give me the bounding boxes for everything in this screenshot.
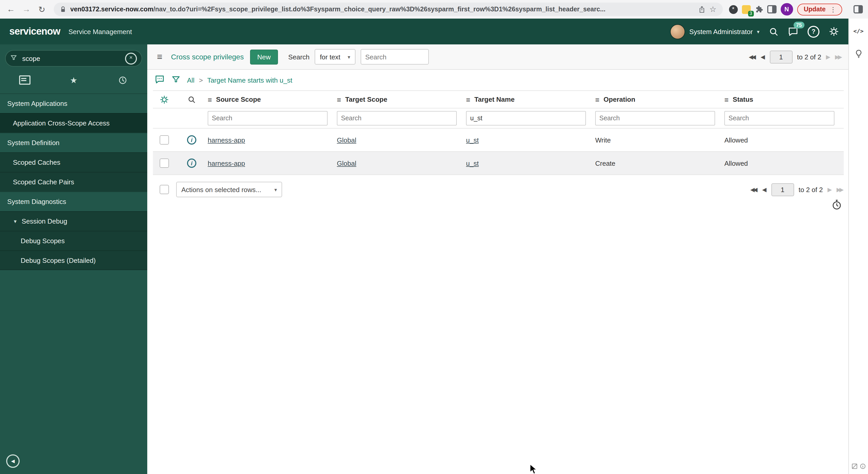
last-page-button[interactable]: ▶▶ [835,54,841,60]
browser-chrome: ← → ↻ ven03172.service-now.com/nav_to.do… [0,0,868,19]
status-cell: Allowed [724,159,844,167]
target-scope-link[interactable]: Global [337,136,356,144]
activity-stream-icon[interactable] [154,74,165,86]
previous-page-button[interactable]: ◀ [762,186,767,193]
reading-list-panel-icon[interactable] [854,5,863,13]
sidebar-item-system-diagnostics[interactable]: System Diagnostics [0,192,147,211]
filter-icon[interactable] [172,75,180,85]
browser-back-button[interactable]: ← [5,5,17,14]
filter-input-operation[interactable] [595,111,715,126]
list-personalize-gear-icon[interactable] [153,95,176,104]
filter-input-target-name[interactable] [466,111,586,126]
select-all-checkbox[interactable] [160,185,169,194]
response-time-icon[interactable] [831,199,842,212]
filter-input-source-scope[interactable] [208,111,328,126]
source-scope-link[interactable]: harness-app [208,159,245,167]
breadcrumb-filter-link[interactable]: Target Name starts with u_st [207,76,292,84]
last-page-button[interactable]: ▶▶ [836,186,842,193]
row-checkbox[interactable] [160,159,169,168]
sidebar-item-debug-scopes-detailed[interactable]: Debug Scopes (Detailed) [0,250,147,270]
page-input[interactable] [770,50,792,63]
global-search-icon[interactable] [769,27,779,36]
row-checkbox[interactable] [160,135,169,144]
side-panel-icon[interactable] [767,5,776,13]
url-bar[interactable]: ven03172.service-now.com/nav_to.do?uri=%… [54,3,722,16]
column-menu-icon[interactable]: ≡ [466,95,470,104]
servicenow-banner: servicenow Service Management System Adm… [0,19,848,44]
sidebar-item-debug-scopes[interactable]: Debug Scopes [0,231,147,250]
breadcrumb-all-link[interactable]: All [187,76,194,84]
navigator-filter-input[interactable] [21,54,121,63]
bookmark-star-icon[interactable]: ☆ [709,5,716,14]
page-range-label: to 2 of 2 [799,185,823,193]
browser-forward-button[interactable]: → [21,5,32,14]
column-menu-icon[interactable]: ≡ [208,95,212,104]
dock-icon[interactable] [851,463,858,471]
actions-select[interactable]: Actions on selected rows...▾ [176,182,282,197]
filter-input-status[interactable] [724,111,834,126]
column-header-status[interactable]: ≡Status [724,95,844,104]
search-type-select[interactable]: for text▾ [315,49,355,65]
filter-funnel-icon [10,54,17,63]
settings-gear-icon[interactable] [829,26,839,37]
list-context-menu-icon[interactable]: ≡ [153,52,166,62]
target-scope-link[interactable]: Global [337,159,356,167]
star-icon: ★ [70,75,78,85]
info-corner-icon[interactable] [860,463,866,471]
column-header-target-scope[interactable]: ≡Target Scope [337,95,466,104]
code-panel-icon[interactable]: </> [853,28,864,35]
list-search-input[interactable] [361,49,429,65]
extension-notes-icon[interactable]: 3 [742,5,750,14]
record-info-icon[interactable]: i [187,135,196,144]
navigator-list: System Applications Application Cross-Sc… [0,94,147,270]
extensions-puzzle-icon[interactable] [754,5,763,13]
previous-page-button[interactable]: ◀ [761,54,765,60]
column-menu-icon[interactable]: ≡ [337,95,341,104]
column-header-operation[interactable]: ≡Operation [595,95,724,104]
update-button[interactable]: Update⋮ [797,3,842,15]
target-name-link[interactable]: u_st [466,159,479,167]
tab-history[interactable] [98,76,147,84]
navigator-filter[interactable]: × [5,50,142,67]
first-page-button[interactable]: ◀◀ [749,54,754,60]
column-header-source-scope[interactable]: ≡Source Scope [208,95,337,104]
collapse-navigator-button[interactable]: ◀ [6,454,20,468]
extension-pinwheel-icon[interactable]: * [729,5,738,14]
help-icon[interactable]: ? [808,26,819,37]
sidebar-item-scoped-caches[interactable]: Scoped Caches [0,152,147,172]
list-title-link[interactable]: Cross scope privileges [171,53,244,61]
tab-all-applications[interactable] [0,75,49,85]
collapse-triangle-icon: ▼ [13,219,18,224]
clear-filter-icon[interactable]: × [125,53,137,64]
filter-input-target-scope[interactable] [337,111,457,126]
record-info-icon[interactable]: i [187,159,196,168]
browser-reload-button[interactable]: ↻ [36,4,48,14]
first-page-button[interactable]: ◀◀ [750,186,756,193]
new-button[interactable]: New [250,49,278,64]
user-menu[interactable]: System Administrator ▾ [670,24,760,39]
browser-menu-icon[interactable]: ⋮ [830,5,836,13]
application-navigator: × ★ System Applications Application Cros… [0,44,147,474]
browser-profile-avatar[interactable]: N [780,3,793,15]
user-avatar[interactable] [670,24,685,39]
column-menu-icon[interactable]: ≡ [595,95,599,104]
target-name-link[interactable]: u_st [466,136,479,144]
next-page-button[interactable]: ▶ [826,54,830,60]
sidebar-item-system-applications[interactable]: System Applications [0,94,147,113]
page-input[interactable] [771,183,794,196]
source-scope-link[interactable]: harness-app [208,136,245,144]
tab-favorites[interactable]: ★ [49,75,98,85]
column-menu-icon[interactable]: ≡ [724,95,728,104]
sidebar-item-scoped-cache-pairs[interactable]: Scoped Cache Pairs [0,172,147,192]
sidebar-item-system-definition[interactable]: System Definition [0,133,147,152]
sidebar-item-application-cross-scope-access[interactable]: Application Cross-Scope Access [0,113,147,133]
next-page-button[interactable]: ▶ [828,186,832,193]
sidebar-item-session-debug[interactable]: ▼Session Debug [0,211,147,231]
share-icon[interactable] [699,5,705,13]
column-search-toggle-icon[interactable] [176,95,208,104]
column-header-target-name[interactable]: ≡Target Name [466,95,595,104]
site-lock-icon[interactable] [60,6,66,13]
servicenow-logo[interactable]: servicenow [9,26,60,37]
debug-lightbulb-icon[interactable] [854,49,863,60]
conversations-icon[interactable]: 75 [788,26,798,37]
